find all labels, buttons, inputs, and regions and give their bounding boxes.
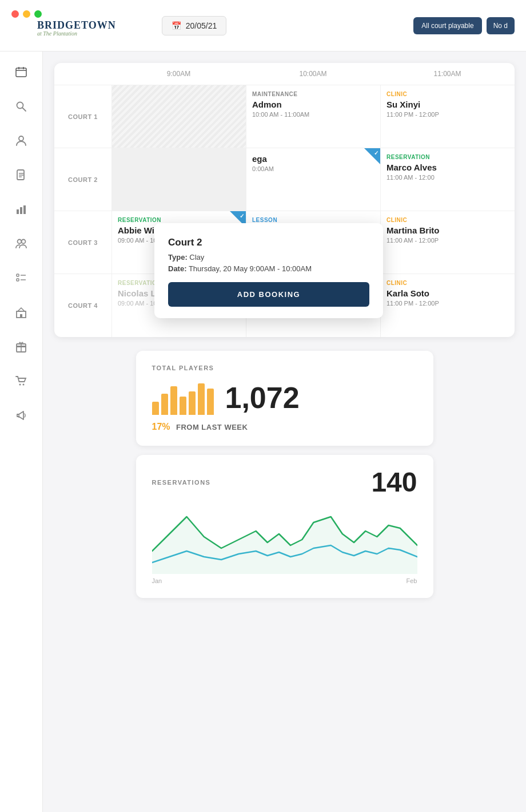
booking-time: 11:00 AM - 12:00 [386,174,509,181]
logo: BRIDGETOWN at The Plantation [37,19,116,37]
bar [198,383,205,415]
sidebar-item-document[interactable] [12,166,30,184]
booking-time: 11:00 PM - 12:00P [386,300,509,307]
svg-rect-16 [17,274,19,276]
court-row-1: COURT 1 MAINTENANCE Admon 10:00 AM - 11:… [54,85,515,148]
all-court-playable-button[interactable]: All court playable [413,17,481,34]
svg-rect-12 [20,207,22,214]
bar-chart [152,381,214,415]
booking-name: ega [252,154,374,164]
time-slot-10am: 10:00AM [246,70,380,78]
booking-name: Marco Alves [386,163,509,172]
top-right-buttons: All court playable No d [413,17,515,34]
close-button[interactable] [11,10,19,18]
sidebar-item-megaphone[interactable] [12,406,30,425]
total-players-card: TOTAL PLAYERS 1,072 17% FROM LAST WEEK [136,351,433,446]
clinic-tag: CLINIC [386,91,509,97]
reservation-tag: RESERVATION [118,217,240,223]
sidebar [0,52,43,812]
court-2-9am-cell[interactable] [111,148,246,211]
sidebar-item-search[interactable] [12,97,30,116]
logo-name: BRIDGETOWN [37,19,116,31]
stat-from-label: FROM LAST WEEK [176,423,248,431]
bar [161,394,168,415]
sidebar-item-chart[interactable] [12,200,30,219]
sidebar-item-user[interactable] [12,132,30,150]
svg-point-25 [19,384,21,386]
bar [170,386,177,415]
svg-point-6 [19,136,23,141]
booking-time: 11:00 PM - 12:00P [386,111,509,118]
chart-label-feb: Feb [407,577,417,584]
add-booking-button[interactable]: ADD BOOKING [168,282,369,307]
court-2-11am-cell[interactable]: RESERVATION Marco Alves 11:00 AM - 12:00 [380,148,515,211]
booking-time: 10:00 AM - 11:00AM [252,111,374,118]
booking-name: Admon [252,100,374,109]
booking-time: 11:00 AM - 12:00P [386,237,509,244]
stats-section: TOTAL PLAYERS 1,072 17% FROM LAST WEEK R… [54,351,515,598]
sidebar-item-group[interactable] [12,235,30,253]
court-2-label: COURT 2 [54,148,111,211]
svg-rect-11 [17,209,19,214]
sidebar-item-cart[interactable] [12,372,30,390]
clinic-tag: CLINIC [386,217,509,223]
svg-rect-18 [17,279,19,281]
booking-time: 0:00AM [252,165,374,172]
svg-rect-0 [16,68,26,77]
date-value: 20/05/21 [186,21,217,30]
court-2-10am-cell[interactable]: ega 0:00AM [246,148,380,211]
time-slot-11am: 11:00AM [380,70,515,78]
court-4-11am-cell[interactable]: CLINIC Karla Soto 11:00 PM - 12:00P [380,274,515,337]
date-picker[interactable]: 📅 20/05/21 [162,16,227,35]
bar [207,389,214,415]
sidebar-item-gift[interactable] [12,338,30,356]
maximize-button[interactable] [34,10,42,18]
stat-main: 1,072 [152,381,417,415]
bar [189,391,196,415]
reservations-number: 140 [371,469,417,496]
calendar-icon: 📅 [172,21,181,30]
popup-date: Date: Thursday, 20 May 9:00AM - 10:00AM [168,264,369,273]
line-chart [152,505,417,574]
court-1-10am-cell[interactable]: MAINTENANCE Admon 10:00 AM - 11:00AM [246,85,380,148]
main-layout: 9:00AM 10:00AM 11:00AM COURT 1 MAINTENAN… [0,52,526,812]
content-area: 9:00AM 10:00AM 11:00AM COURT 1 MAINTENAN… [43,52,526,812]
court-3-label: COURT 3 [54,211,111,274]
popup-type: Type: Clay [168,253,369,262]
date-value: Thursday, 20 May 9:00AM - 10:00AM [189,264,312,273]
reservation-tag: RESERVATION [386,154,509,160]
stat-footer: 17% FROM LAST WEEK [152,422,417,432]
bar [152,402,159,415]
minimize-button[interactable] [23,10,30,18]
court-4-label: COURT 4 [54,274,111,337]
svg-rect-21 [20,314,22,318]
reservations-label: RESERVATIONS [152,479,211,486]
svg-point-26 [23,384,25,386]
date-label: Date: [168,264,187,273]
booking-name: Karla Soto [386,288,509,298]
sidebar-item-schedule[interactable] [12,63,30,81]
sidebar-item-list[interactable] [12,269,30,287]
booking-name: Martina Brito [386,225,509,235]
top-bar: BRIDGETOWN at The Plantation 📅 20/05/21 … [0,0,526,52]
svg-rect-13 [23,205,26,214]
chart-labels: Jan Feb [152,577,417,584]
maintenance-tag: MAINTENANCE [252,91,374,97]
court-1-9am-cell[interactable] [111,85,246,148]
popup-title: Court 2 [168,237,369,248]
type-value: Clay [189,253,204,262]
sidebar-item-building[interactable] [12,303,30,322]
total-players-label: TOTAL PLAYERS [152,365,417,371]
no-button[interactable]: No d [487,17,515,34]
time-slot-9am: 9:00AM [111,70,246,78]
court-3-11am-cell[interactable]: CLINIC Martina Brito 11:00 AM - 12:00P [380,211,515,274]
court-1-11am-cell[interactable]: CLINIC Su Xinyi 11:00 PM - 12:00P [380,85,515,148]
clinic-tag: CLINIC [386,280,509,286]
res-header: RESERVATIONS 140 [152,469,417,496]
schedule-card: 9:00AM 10:00AM 11:00AM COURT 1 MAINTENAN… [54,63,515,337]
svg-point-15 [22,240,26,244]
court-1-label: COURT 1 [54,85,111,148]
svg-point-14 [18,240,22,244]
booking-popup: Court 2 Type: Clay Date: Thursday, 20 Ma… [154,223,383,318]
reservations-card: RESERVATIONS 140 Jan Feb [136,455,433,598]
